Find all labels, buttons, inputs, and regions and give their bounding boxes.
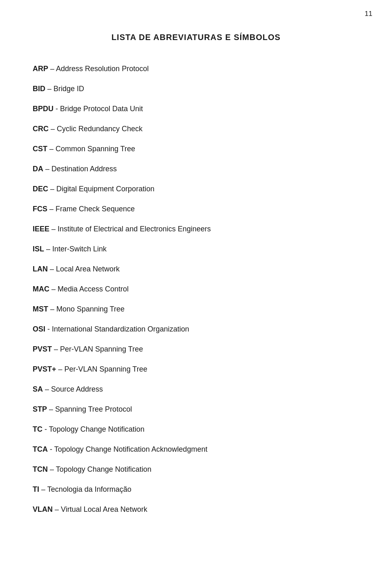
abbr-term: BPDU [33, 105, 53, 113]
abbr-term: MAC [33, 285, 49, 293]
abbr-separator: – [49, 125, 57, 133]
abbr-separator: – [47, 205, 56, 213]
list-item: ISL – Inter-Switch Link [33, 244, 359, 255]
list-item: FCS – Frame Check Sequence [33, 204, 359, 215]
abbr-term: CST [33, 145, 47, 153]
page-number: 11 [365, 10, 372, 18]
abbr-term: TC [33, 425, 42, 433]
abbr-separator: – [45, 85, 53, 93]
abbr-separator: - [42, 425, 49, 433]
abbr-separator: – [44, 245, 52, 253]
abbr-separator: – [47, 145, 56, 153]
list-item: BID – Bridge ID [33, 83, 359, 94]
abbr-definition: Cyclic Redundancy Check [57, 125, 143, 133]
abbr-separator: – [48, 305, 56, 313]
abbr-separator: – [43, 385, 51, 393]
list-item: CST – Common Spanning Tree [33, 143, 359, 155]
list-item: TI – Tecnologia da Informação [33, 484, 359, 495]
list-item: BPDU - Bridge Protocol Data Unit [33, 103, 359, 114]
abbr-separator: - [53, 105, 60, 113]
list-item: DA – Destination Address [33, 164, 359, 175]
abbr-definition: Per-VLAN Spanning Tree [60, 345, 143, 353]
abbr-definition: Common Spanning Tree [56, 145, 135, 153]
list-item: MST – Mono Spanning Tree [33, 304, 359, 315]
abbr-separator: – [43, 165, 51, 173]
abbr-definition: Address Resolution Protocol [56, 65, 149, 73]
list-item: DEC – Digital Equipment Corporation [33, 184, 359, 195]
abbr-term: CRC [33, 125, 49, 133]
list-item: IEEE – Institute of Electrical and Elect… [33, 224, 359, 235]
abbr-term: PVST [33, 345, 52, 353]
list-item: SA – Source Address [33, 384, 359, 395]
abbr-separator: – [53, 505, 61, 513]
abbr-term: TCA [33, 445, 48, 453]
abbr-term: FCS [33, 205, 47, 213]
abbr-term: VLAN [33, 505, 53, 513]
list-item: TCN – Topology Change Notification [33, 464, 359, 475]
abbr-separator: – [48, 185, 56, 193]
abbr-term: TCN [33, 465, 48, 473]
abbr-separator: – [48, 65, 56, 73]
abbr-definition: International Standardization Organizati… [52, 325, 189, 333]
list-item: PVST – Per-VLAN Spanning Tree [33, 344, 359, 355]
abbr-definition: Bridge Protocol Data Unit [60, 105, 143, 113]
abbr-term: LAN [33, 265, 48, 273]
abbr-definition: Per-VLAN Spanning Tree [65, 365, 147, 373]
abbr-definition: Media Access Control [58, 285, 129, 293]
abbr-definition: Topology Change Notification Acknowledgm… [54, 445, 207, 453]
abbr-definition: Virtual Local Area Network [61, 505, 147, 513]
abbr-separator: – [47, 405, 55, 413]
abbr-separator: – [48, 465, 56, 473]
abbr-definition: Institute of Electrical and Electronics … [58, 225, 211, 233]
abbr-term: PVST+ [33, 365, 56, 373]
abbr-term: ARP [33, 65, 48, 73]
abbr-term: OSI [33, 325, 45, 333]
list-item: STP – Spanning Tree Protocol [33, 404, 359, 415]
abbr-separator: – [49, 285, 58, 293]
list-item: PVST+ – Per-VLAN Spanning Tree [33, 364, 359, 375]
abbr-separator: – [49, 225, 58, 233]
list-item: ARP – Address Resolution Protocol [33, 63, 359, 74]
list-item: LAN – Local Area Network [33, 264, 359, 275]
abbr-term: MST [33, 305, 48, 313]
abbr-term: BID [33, 85, 45, 93]
list-item: TCA - Topology Change Notification Ackno… [33, 444, 359, 455]
abbr-term: STP [33, 405, 47, 413]
abbr-definition: Local Area Network [56, 265, 120, 273]
abbr-definition: Topology Change Notification [49, 425, 145, 433]
abbr-term: DA [33, 165, 43, 173]
list-item: MAC – Media Access Control [33, 284, 359, 295]
abbr-definition: Destination Address [51, 165, 117, 173]
abbr-term: ISL [33, 245, 44, 253]
abbr-separator: – [48, 265, 56, 273]
abbr-term: IEEE [33, 225, 49, 233]
abbreviations-list: ARP – Address Resolution ProtocolBID – B… [33, 63, 359, 515]
abbr-definition: Topology Change Notification [56, 465, 151, 473]
list-item: OSI - International Standardization Orga… [33, 324, 359, 335]
list-item: TC - Topology Change Notification [33, 424, 359, 435]
abbr-separator: - [48, 445, 54, 453]
abbr-definition: Source Address [51, 385, 103, 393]
abbr-separator: – [56, 365, 65, 373]
page-title: LISTA DE ABREVIATURAS E SÍMBOLOS [33, 33, 359, 42]
abbr-definition: Digital Equipment Corporation [56, 185, 154, 193]
abbr-definition: Bridge ID [53, 85, 84, 93]
abbr-separator: - [45, 325, 52, 333]
abbr-definition: Spanning Tree Protocol [55, 405, 132, 413]
abbr-separator: – [39, 485, 47, 493]
abbr-definition: Frame Check Sequence [56, 205, 135, 213]
abbr-definition: Inter-Switch Link [52, 245, 107, 253]
abbr-term: TI [33, 485, 39, 493]
abbr-definition: Tecnologia da Informação [47, 485, 131, 493]
list-item: VLAN – Virtual Local Area Network [33, 504, 359, 515]
abbr-separator: – [52, 345, 60, 353]
abbr-term: DEC [33, 185, 48, 193]
abbr-term: SA [33, 385, 43, 393]
abbr-definition: Mono Spanning Tree [56, 305, 125, 313]
list-item: CRC – Cyclic Redundancy Check [33, 123, 359, 134]
